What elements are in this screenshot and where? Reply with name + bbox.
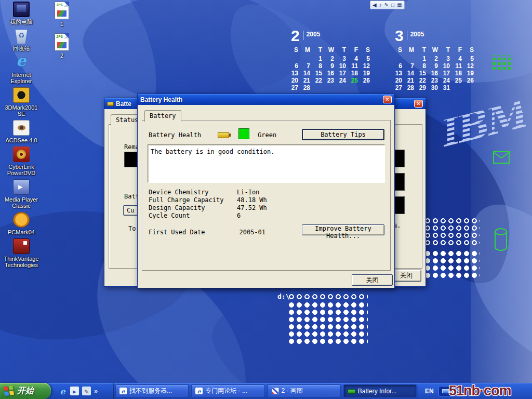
recycle-bin-icon bbox=[13, 28, 30, 44]
calendar-day: 9 bbox=[325, 62, 337, 70]
dot-grid-decor bbox=[425, 251, 480, 280]
calendar-divider bbox=[407, 31, 407, 40]
close-button[interactable]: 关闭 bbox=[352, 274, 393, 286]
battery-tips-button[interactable]: Battery Tips bbox=[302, 129, 384, 140]
calendar-day: 14 bbox=[301, 70, 313, 77]
calendar-day: 3 bbox=[337, 55, 349, 62]
field-value: 6 bbox=[237, 212, 241, 219]
quick-launch-overflow[interactable]: » bbox=[94, 387, 98, 395]
calendar-dow: T bbox=[313, 46, 325, 55]
calendar-day: 13 bbox=[393, 70, 405, 77]
task-label: 找不到服务器... bbox=[129, 387, 172, 395]
calendar-day: 8 bbox=[417, 62, 429, 70]
taskbar-task-paint[interactable]: 2 - 画图 bbox=[268, 384, 341, 397]
improve-battery-health-button[interactable]: Improve Battery Health... bbox=[302, 224, 384, 235]
calendar-divider bbox=[303, 31, 303, 40]
desktop-icon-mpc[interactable]: Media Player Classic bbox=[1, 179, 42, 209]
first-used-value: 2005-01 bbox=[239, 229, 265, 236]
desktop-icon-powerdvd[interactable]: CyberLink PowerDVD bbox=[1, 147, 42, 176]
calendar-dow: T bbox=[337, 46, 349, 55]
desktop-icon-my-computer[interactable]: 我的电脑 bbox=[1, 2, 42, 25]
status-color-swatch bbox=[238, 128, 249, 139]
desktop-icon-acdsee[interactable]: ACDSee 4.0 bbox=[1, 120, 42, 143]
calendar-day: 7 bbox=[405, 62, 417, 70]
battery-field-row: Device ChemistryLi-Ion bbox=[149, 187, 267, 195]
calendar-day: 24 bbox=[337, 77, 349, 84]
condition-text: The battery is in good condition. bbox=[151, 148, 274, 155]
calendar-dow: W bbox=[325, 46, 337, 55]
pen-icon[interactable]: ✎ bbox=[384, 3, 389, 8]
jpg-file-icon: JPG bbox=[55, 33, 69, 51]
start-button[interactable]: 开始 bbox=[0, 383, 51, 399]
desktop-icon-3dmark2001[interactable]: 3DMark2001 SE bbox=[1, 87, 42, 117]
close-icon[interactable]: × bbox=[414, 100, 423, 108]
calendar-dow: S bbox=[393, 46, 405, 55]
desktop-icon-recycle-bin[interactable]: 回收站 bbox=[1, 28, 42, 51]
desktop-icon-jpg-2[interactable]: JPG2 bbox=[49, 33, 75, 59]
taskbar-task-ie-page[interactable]: 找不到服务器... bbox=[115, 384, 189, 397]
taskbar-task-ie-page[interactable]: 专门网论坛 - ... bbox=[191, 384, 264, 397]
calendar-day: 26 bbox=[464, 77, 476, 84]
volume-icon[interactable]: ♪ bbox=[379, 3, 382, 8]
first-used-label: First Used Date bbox=[149, 229, 237, 236]
paint-icon bbox=[272, 388, 279, 394]
desktop-icon-label: PCMark04 bbox=[1, 229, 42, 235]
calendar-day: 15 bbox=[313, 70, 325, 77]
desktop-icon-jpg-1[interactable]: JPG1 bbox=[49, 2, 75, 27]
jpg-file-icon: JPG bbox=[55, 2, 69, 19]
powerdvd-icon bbox=[13, 147, 30, 162]
calendar-march-2005: 3 2005 SMTWTFS12345678910111213141516171… bbox=[393, 29, 478, 91]
calendar-day: 16 bbox=[429, 70, 441, 77]
battery-gauge bbox=[393, 173, 405, 191]
condition-textbox[interactable]: The battery is in good condition. bbox=[148, 144, 385, 183]
field-label: Cycle Count bbox=[149, 212, 237, 219]
tab-battery[interactable]: Battery bbox=[144, 110, 181, 122]
calendar-day: 5 bbox=[361, 55, 373, 62]
calendar-day: 28 bbox=[301, 84, 313, 91]
calendar-dow: M bbox=[301, 46, 313, 55]
dot-grid-decor bbox=[289, 294, 368, 301]
display-icon[interactable]: □ bbox=[391, 3, 394, 8]
calendar-day: 20 bbox=[289, 77, 301, 84]
internet-explorer-icon[interactable] bbox=[58, 387, 67, 395]
pcmark04-icon bbox=[13, 212, 30, 228]
battery-icon bbox=[348, 389, 355, 394]
calendar-day: 14 bbox=[405, 70, 417, 77]
calendar-day: 19 bbox=[464, 70, 476, 77]
close-icon[interactable]: × bbox=[383, 96, 392, 103]
taskbar-task-battery[interactable]: Battery Infor... bbox=[343, 384, 417, 397]
desktop-icon-label: 回收站 bbox=[1, 45, 42, 51]
show-desktop-icon[interactable] bbox=[82, 387, 91, 395]
calendar-dow: S bbox=[289, 46, 301, 55]
window-title: Batte bbox=[116, 100, 131, 108]
calendar-day: 2 bbox=[325, 55, 337, 62]
calendar-day: 22 bbox=[313, 77, 325, 84]
battery-field-row: Design Capacity47.52 Wh bbox=[149, 203, 267, 210]
calendar-grid: SMTWTFS123456789101112131415161718192021… bbox=[393, 46, 478, 91]
calendar-day: 22 bbox=[417, 77, 429, 84]
desktop-icon-thinkvantage[interactable]: ThinkVantage Technologies bbox=[1, 238, 42, 268]
back-icon[interactable]: ◀ bbox=[373, 3, 377, 8]
language-indicator[interactable]: EN bbox=[425, 388, 434, 395]
desktop-icon-pcmark04[interactable]: PCMark04 bbox=[1, 212, 42, 235]
desktop-icon-column: 我的电脑回收站Internet Explorer3DMark2001 SEACD… bbox=[1, 2, 42, 268]
close-button[interactable]: 关闭 bbox=[391, 270, 421, 282]
calendar-day: 11 bbox=[453, 62, 464, 70]
calendar-day: 17 bbox=[441, 70, 453, 77]
calendar-dow: M bbox=[405, 46, 417, 55]
floating-toolbar[interactable]: ◀♪✎□▦ bbox=[370, 1, 405, 9]
calendar-day: 8 bbox=[313, 62, 325, 70]
calendar-day: 23 bbox=[429, 77, 441, 84]
media-player-icon[interactable] bbox=[70, 387, 79, 395]
desktop-icon-internet-explorer[interactable]: Internet Explorer bbox=[1, 55, 42, 84]
calendar-day: 29 bbox=[417, 84, 429, 91]
keyboard-icon[interactable]: ▦ bbox=[397, 3, 402, 8]
calendar-dow: S bbox=[464, 46, 476, 55]
calendar-day: 10 bbox=[337, 62, 349, 70]
desktop-icon-label: 3DMark2001 SE bbox=[1, 104, 42, 117]
calendar-day: 23 bbox=[325, 77, 337, 84]
calendar-day bbox=[289, 55, 301, 62]
calendar-month: 3 bbox=[395, 29, 404, 43]
desktop-icon-label: ThinkVantage Technologies bbox=[1, 256, 42, 268]
dialog-titlebar[interactable]: Battery Health × bbox=[138, 94, 394, 105]
